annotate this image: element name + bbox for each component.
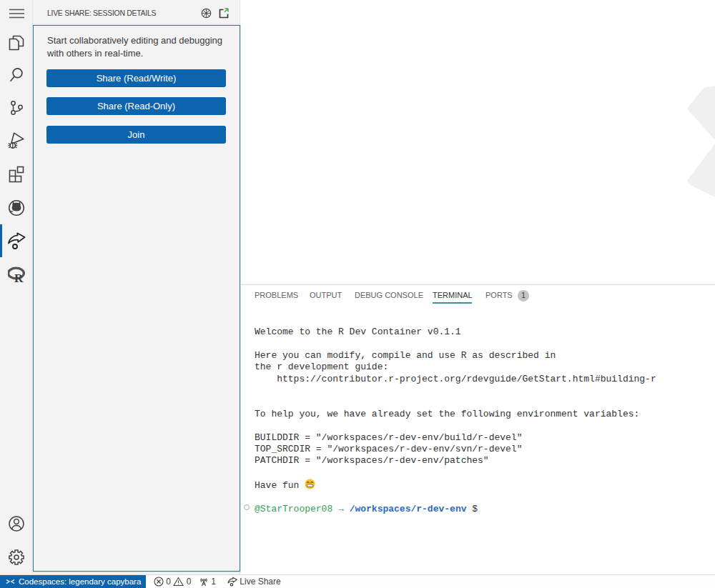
svg-text:R: R	[14, 271, 24, 284]
